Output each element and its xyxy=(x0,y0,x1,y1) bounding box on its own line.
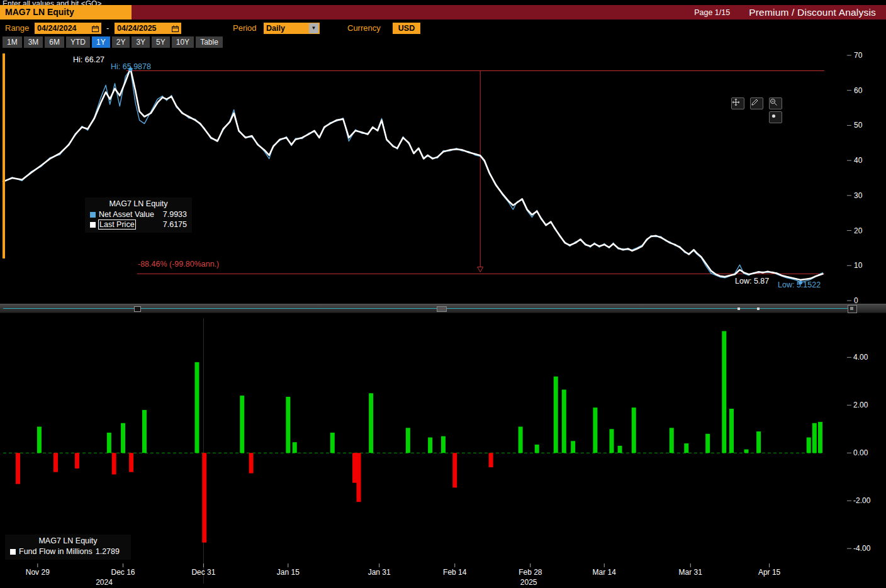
pencil-icon xyxy=(751,98,759,106)
flow-bar xyxy=(535,445,539,453)
panel-divider[interactable] xyxy=(0,304,886,313)
range-end-input[interactable]: 04/24/2025 xyxy=(115,23,181,34)
currency-label: Currency xyxy=(347,21,381,36)
flow-bar xyxy=(593,408,597,453)
range-start-input[interactable]: 04/24/2024 xyxy=(35,23,101,34)
flow-bar xyxy=(562,390,566,453)
range-separator: - xyxy=(106,21,109,36)
title-bar: MAG7 LN Equity Page 1/15 Premium / Disco… xyxy=(0,5,886,19)
zoom-tool-button[interactable] xyxy=(769,97,782,109)
period-tab-bar: 1M3M6MYTD1Y2Y3Y5Y10YTable xyxy=(3,36,223,48)
y-tick-label: -4.00 xyxy=(853,544,871,553)
x-tick-label: Dec 16 xyxy=(111,568,135,577)
annotation-low-nav: Low: 5.1522 xyxy=(778,280,821,289)
period-tab-5y[interactable]: 5Y xyxy=(152,36,170,48)
currency-value: USD xyxy=(398,23,415,34)
annotation-high-last: Hi: 66.27 xyxy=(73,55,104,64)
period-tab-3y[interactable]: 3Y xyxy=(132,36,150,48)
flow-bar xyxy=(16,453,20,484)
annotation-high-nav: Hi: 65.9878 xyxy=(111,62,151,71)
period-dropdown[interactable]: Daily ▼ xyxy=(264,23,320,34)
flow-bar xyxy=(286,397,290,453)
flow-bar xyxy=(452,453,457,487)
year-label: 2024 xyxy=(96,578,113,587)
flow-bar xyxy=(818,422,822,453)
x-tick-label: Mar 31 xyxy=(679,568,703,577)
divider-mark xyxy=(757,308,760,310)
period-tab-ytd[interactable]: YTD xyxy=(66,36,90,48)
flow-bar xyxy=(744,450,749,453)
y-tick-label: 30 xyxy=(854,191,863,200)
price-chart-svg[interactable]: 706050403020100 xyxy=(0,50,886,304)
flow-bar xyxy=(618,446,622,453)
flow-chart-svg[interactable]: 4.002.000.00-2.00-4.00Nov 29Dec 16Dec 31… xyxy=(0,313,886,588)
x-tick-label: Feb 14 xyxy=(443,568,467,577)
period-tab-2y[interactable]: 2Y xyxy=(112,36,130,48)
period-tab-3m[interactable]: 3M xyxy=(24,36,43,48)
chevron-down-icon[interactable]: ▼ xyxy=(309,23,318,33)
flow-bar xyxy=(722,331,726,453)
net-asset-value-line xyxy=(3,69,822,282)
flow-bar xyxy=(37,426,42,453)
price-legend: MAG7 LN Equity Net Asset Value 7.9933 La… xyxy=(85,197,192,233)
flow-bar xyxy=(571,441,575,453)
nav-series-value: 7.9933 xyxy=(163,210,187,219)
crosshair-icon xyxy=(732,98,740,106)
flow-bar xyxy=(352,453,357,482)
period-tab-table[interactable]: Table xyxy=(196,36,223,48)
period-tab-6m[interactable]: 6M xyxy=(45,36,64,48)
divider-scroll-button[interactable] xyxy=(848,305,857,313)
y-tick-label: 50 xyxy=(854,121,863,130)
divider-mark xyxy=(737,308,740,310)
divider-scroll-icon xyxy=(850,307,853,310)
flow-series-value: 1.2789 xyxy=(96,547,120,556)
flow-bar xyxy=(369,393,373,453)
x-tick-label: Dec 31 xyxy=(191,568,215,577)
magnifier-icon xyxy=(770,98,778,106)
marker-tool-button[interactable] xyxy=(769,111,782,123)
x-tick-label: Jan 31 xyxy=(368,568,391,577)
last-series-swatch xyxy=(90,222,96,228)
flow-bar xyxy=(756,431,761,453)
divider-left-handle[interactable] xyxy=(134,306,141,312)
y-tick-label: 4.00 xyxy=(853,353,868,362)
page-indicator: Page 1/15 xyxy=(694,8,730,17)
flow-bar xyxy=(519,426,523,453)
period-tab-10y[interactable]: 10Y xyxy=(172,36,194,48)
flow-bar xyxy=(107,433,111,453)
flow-bar xyxy=(194,362,199,453)
last-series-label[interactable]: Last Price xyxy=(99,220,135,229)
flow-chart-panel[interactable]: 4.002.000.00-2.00-4.00Nov 29Dec 16Dec 31… xyxy=(0,313,886,588)
flow-series-label: Fund Flow in Millions xyxy=(19,547,93,556)
security-ticker[interactable]: MAG7 LN Equity xyxy=(0,5,132,19)
x-tick-label: Mar 14 xyxy=(593,568,617,577)
price-chart-panel[interactable]: 706050403020100 Hi: 66.27 Hi: 65.9878 -8… xyxy=(0,50,886,304)
flow-bar xyxy=(632,408,636,453)
chart-toolbar: Range 04/24/2024 - 04/24/2025 Period Dai… xyxy=(0,21,886,36)
flow-series-swatch xyxy=(10,549,16,555)
last-price-line xyxy=(3,69,822,280)
flow-bar xyxy=(684,443,688,453)
crosshair-tool-button[interactable] xyxy=(731,97,744,109)
flow-legend-title: MAG7 LN Equity xyxy=(10,536,126,545)
y-tick-label: 60 xyxy=(854,86,863,95)
flow-bar xyxy=(554,377,558,453)
range-start-value: 04/24/2024 xyxy=(37,23,77,34)
nav-series-label: Net Asset Value xyxy=(99,210,154,219)
flow-bar xyxy=(406,428,410,453)
y-tick-label: 10 xyxy=(854,261,863,270)
period-tab-1m[interactable]: 1M xyxy=(3,36,22,48)
flow-bar xyxy=(610,429,614,453)
y-tick-label: 0.00 xyxy=(853,448,868,457)
draw-tool-button[interactable] xyxy=(750,97,763,109)
status-message: Enter all values and hit <GO>. xyxy=(0,0,886,5)
flow-bar xyxy=(670,428,674,453)
period-tab-1y[interactable]: 1Y xyxy=(92,36,110,48)
x-tick-label: Apr 15 xyxy=(758,568,781,577)
y-tick-label: 2.00 xyxy=(853,401,868,409)
flow-bar xyxy=(428,438,432,453)
flow-bar xyxy=(357,453,361,502)
range-end-value: 04/24/2025 xyxy=(117,23,157,34)
currency-input[interactable]: USD xyxy=(393,23,420,34)
divider-drag-handle[interactable] xyxy=(437,306,447,312)
